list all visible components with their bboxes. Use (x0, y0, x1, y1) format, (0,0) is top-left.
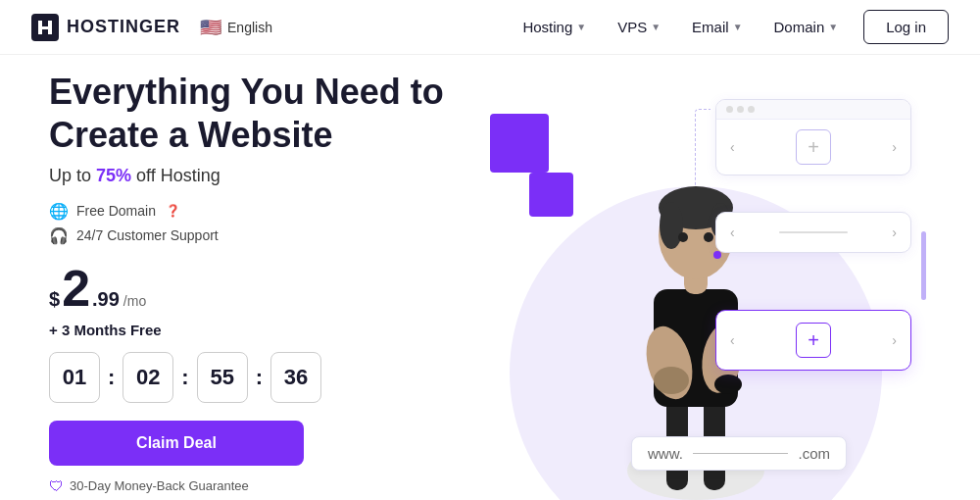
nav-links: Hosting ▼ VPS ▼ Email ▼ Domain ▼ Log in (509, 10, 949, 44)
browser-content-top: ‹ + › (716, 120, 910, 175)
browser-arrow-right: › (892, 225, 897, 240)
features-list: 🌐 Free Domain ❓ 🎧 24/7 Customer Support (49, 202, 461, 245)
guarantee-badge: 🛡 30-Day Money-Back Guarantee (49, 477, 461, 494)
domain-com: .com (798, 445, 830, 462)
flag-icon: 🇺🇸 (200, 17, 221, 38)
browser-bar (716, 100, 910, 120)
price-section: $ 2 .99 /mo (49, 263, 461, 314)
price-bonus: + 3 Months Free (49, 322, 461, 338)
headset-icon: 🎧 (49, 226, 69, 245)
browser-dot-2 (737, 106, 744, 113)
hero-illustration: ‹ + › ‹ › ‹ + › www. . (461, 55, 931, 500)
chevron-down-icon: ▼ (733, 22, 743, 32)
svg-point-14 (704, 232, 713, 242)
timer-hours: 01 (49, 352, 100, 403)
browser-arrow-right: › (892, 332, 897, 348)
claim-deal-button[interactable]: Claim Deal (49, 421, 304, 466)
content-line (779, 231, 848, 233)
brand-name: HOSTINGER (67, 17, 180, 37)
browser-content-middle: ‹ › (716, 213, 910, 252)
brand-logo[interactable]: HOSTINGER (31, 14, 180, 41)
login-button[interactable]: Log in (863, 10, 949, 44)
countdown-timer: 01 : 02 : 55 : 36 (49, 352, 461, 403)
browser-card-middle: ‹ › (715, 212, 911, 253)
question-icon[interactable]: ❓ (166, 204, 180, 218)
browser-dot-3 (748, 106, 755, 113)
timer-separator: : (181, 365, 188, 390)
browser-arrow-left: ‹ (730, 225, 735, 240)
browser-dot-1 (726, 106, 733, 113)
language-selector[interactable]: 🇺🇸 English (200, 17, 272, 38)
nav-vps[interactable]: VPS ▼ (604, 11, 674, 43)
deco-right-bar (921, 231, 926, 300)
chevron-down-icon: ▼ (576, 22, 586, 32)
feature-domain: 🌐 Free Domain ❓ (49, 202, 461, 221)
timer-minutes: 02 (122, 352, 173, 403)
browser-arrow-left: ‹ (730, 139, 735, 155)
timer-seconds: 55 (197, 352, 248, 403)
purple-square-1 (490, 114, 549, 173)
browser-arrow-left: ‹ (730, 332, 735, 348)
svg-point-7 (654, 367, 689, 394)
browser-plus-purple: + (796, 323, 831, 358)
svg-point-15 (714, 375, 742, 394)
browser-content-bottom: ‹ + › (716, 311, 910, 370)
language-label: English (227, 20, 272, 35)
browser-plus-icon: + (796, 129, 831, 165)
browser-arrow-right: › (892, 139, 897, 155)
chevron-down-icon: ▼ (828, 22, 838, 32)
purple-square-2 (529, 173, 573, 217)
svg-point-13 (678, 232, 688, 242)
discount-highlight: 75% (96, 166, 131, 185)
hero-section: Everything You Need toCreate a Website U… (0, 55, 980, 500)
svg-point-11 (660, 202, 683, 249)
hero-content: Everything You Need toCreate a Website U… (49, 55, 461, 500)
guarantee-text: 30-Day Money-Back Guarantee (70, 478, 249, 493)
domain-www: www. (648, 445, 683, 462)
price-period: /mo (123, 293, 146, 309)
price-decimal: .99 (92, 288, 120, 311)
nav-hosting[interactable]: Hosting ▼ (509, 11, 600, 43)
domain-line (693, 453, 789, 454)
price-dollar: $ (49, 288, 60, 311)
timer-separator: : (256, 365, 263, 390)
browser-card-bottom: ‹ + › (715, 310, 911, 371)
globe-icon: 🌐 (49, 202, 69, 221)
hero-subtitle: Up to 75% off Hosting (49, 166, 461, 186)
nav-email[interactable]: Email ▼ (678, 11, 756, 43)
nav-domain[interactable]: Domain ▼ (760, 11, 853, 43)
chevron-down-icon: ▼ (651, 22, 661, 32)
timer-frames: 36 (270, 352, 321, 403)
price-main: 2 (62, 263, 90, 314)
cursor-dot (713, 251, 721, 259)
shield-icon: 🛡 (49, 477, 64, 494)
domain-bar: www. .com (631, 436, 847, 471)
navbar: HOSTINGER 🇺🇸 English Hosting ▼ VPS ▼ Ema… (0, 0, 980, 55)
feature-support: 🎧 24/7 Customer Support (49, 226, 461, 245)
hero-title: Everything You Need toCreate a Website (49, 71, 461, 155)
browser-card-top: ‹ + › (715, 99, 911, 175)
timer-separator: : (108, 365, 115, 390)
